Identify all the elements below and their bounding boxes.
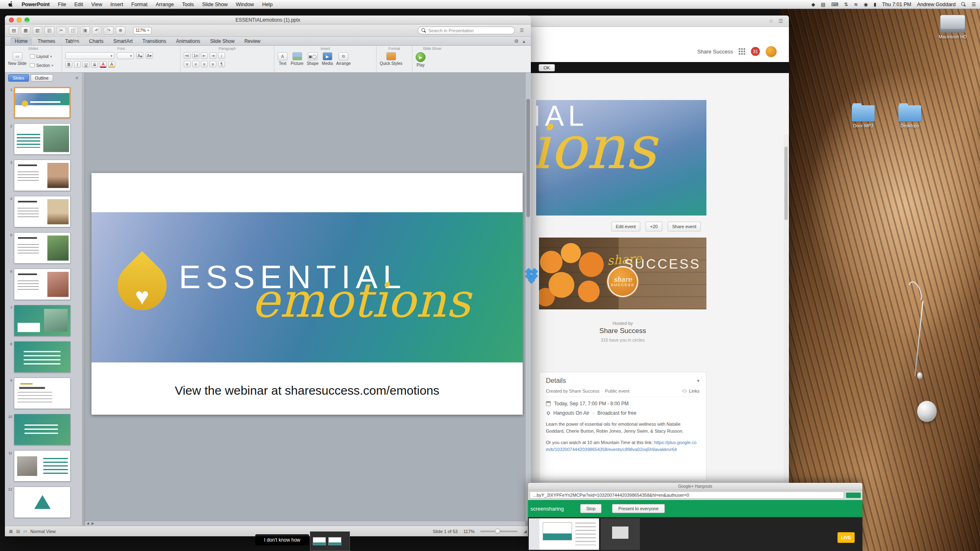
- slide-thumbnail-3[interactable]: 3: [5, 160, 82, 191]
- essential-emotions-banner[interactable]: ♥ ESSENTIAL emotions: [91, 212, 523, 362]
- screenshare-preview[interactable]: [529, 518, 599, 550]
- apple-menu[interactable]: [4, 1, 18, 8]
- slide-thumbnail-1[interactable]: 1: [5, 87, 82, 118]
- brand-title-script[interactable]: emotions: [226, 277, 496, 324]
- edit-event-button[interactable]: Edit event: [611, 222, 640, 231]
- tab-slide-show[interactable]: Slide Show: [206, 38, 238, 45]
- slide-canvas[interactable]: ♥ ESSENTIAL emotions View the webinar at…: [85, 73, 531, 526]
- menubar-item-help[interactable]: Help: [258, 2, 277, 7]
- insert-shape-button[interactable]: ◼◯ Shape: [307, 52, 318, 66]
- stop-sharing-button[interactable]: Stop: [580, 504, 602, 513]
- redo-button[interactable]: ↷: [104, 27, 114, 35]
- line-spacing-button[interactable]: ↕: [218, 52, 225, 59]
- notification-badge[interactable]: 31: [751, 47, 760, 56]
- plus-count-button[interactable]: +20: [646, 222, 662, 231]
- align-left-button[interactable]: ≡: [184, 61, 191, 67]
- spotlight-icon[interactable]: [961, 2, 966, 7]
- collapse-ribbon-icon[interactable]: ▴: [523, 38, 525, 44]
- cut-button[interactable]: ✂: [56, 27, 66, 35]
- panel-tab-outline[interactable]: Outline: [31, 74, 53, 82]
- keyboard-menu-icon[interactable]: ⌨: [831, 2, 838, 7]
- play-slideshow-button[interactable]: ▶ Play: [416, 52, 425, 67]
- slide-thumbnail-11[interactable]: 11: [5, 450, 82, 482]
- numbering-button[interactable]: 1≡: [192, 52, 199, 59]
- font-size-select[interactable]: ▾: [117, 52, 134, 59]
- font-color-button[interactable]: A: [100, 61, 107, 68]
- menubar-item-window[interactable]: Window: [232, 2, 258, 7]
- bookmark-star-icon[interactable]: ☆: [769, 18, 774, 24]
- links-button[interactable]: Links: [682, 389, 699, 393]
- profile-avatar[interactable]: [766, 46, 777, 57]
- dropbox-menu-icon[interactable]: ◆: [811, 2, 815, 7]
- insert-text-button[interactable]: A Text: [278, 52, 287, 66]
- canvas-horizontal-scrollbar[interactable]: ◀▶: [85, 521, 525, 526]
- slide-sorter-icon[interactable]: ▤: [16, 529, 20, 533]
- panel-tab-slides[interactable]: Slides: [8, 74, 29, 82]
- desktop-icon-desktops[interactable]: Desktops: [893, 103, 926, 128]
- google-apps-grid-icon[interactable]: [739, 48, 745, 55]
- browser-menu-icon[interactable]: ☰: [778, 18, 783, 24]
- tab-home[interactable]: Home: [11, 38, 32, 45]
- menubar-item-format[interactable]: Format: [127, 2, 152, 7]
- account-name[interactable]: Share Success: [697, 49, 733, 55]
- tab-review[interactable]: Review: [240, 38, 264, 45]
- slide-thumbnail-2[interactable]: 2: [5, 123, 82, 155]
- tab-transitions[interactable]: Transitions: [138, 38, 170, 45]
- tab-tables[interactable]: Tables: [61, 38, 83, 45]
- format-painter-button[interactable]: ⊕: [116, 27, 125, 35]
- slide-thumbnail-12[interactable]: 12: [5, 487, 82, 518]
- menubar-item-slide-show[interactable]: Slide Show: [198, 2, 232, 7]
- canvas-vertical-scrollbar[interactable]: [525, 73, 531, 521]
- insert-picture-button[interactable]: Picture: [291, 52, 303, 66]
- slide-thumbnail-4[interactable]: 4: [5, 196, 82, 227]
- paste-button[interactable]: ▣: [80, 27, 90, 35]
- undo-button[interactable]: ↶: [92, 27, 102, 35]
- slide-thumbnail-7[interactable]: 7: [5, 305, 82, 336]
- align-center-button[interactable]: ≡: [192, 61, 199, 67]
- desktop-icon-macintosh-hd[interactable]: Macintosh HD: [933, 15, 973, 39]
- bullets-button[interactable]: •≡: [184, 52, 191, 59]
- slide-editor[interactable]: ♥ ESSENTIAL emotions View the webinar at…: [91, 173, 523, 415]
- video-thumbnail[interactable]: [601, 518, 640, 550]
- dropbox-icon[interactable]: [525, 268, 539, 284]
- desktop-icon-door-mp3[interactable]: Door MP3: [847, 103, 880, 128]
- hangouts-window-title[interactable]: Google+ Hangouts: [528, 483, 862, 490]
- menubar-item-view[interactable]: View: [87, 2, 106, 7]
- powerpoint-titlebar[interactable]: ESSENTIALemotions (1).pptx: [5, 16, 531, 24]
- volume-menu-icon[interactable]: ◉: [864, 2, 868, 7]
- tab-animations[interactable]: Animations: [172, 38, 204, 45]
- open-button[interactable]: ▦: [21, 27, 31, 35]
- menubar-item-file[interactable]: File: [54, 2, 70, 7]
- underline-button[interactable]: U: [82, 61, 89, 68]
- slideshow-view-icon[interactable]: ▭: [23, 529, 27, 533]
- tab-themes[interactable]: Themes: [33, 38, 59, 45]
- chevron-down-icon[interactable]: ▾: [697, 378, 699, 384]
- italic-button[interactable]: I: [74, 61, 81, 68]
- mini-filmstrip-window[interactable]: [310, 531, 350, 551]
- slide-thumbnail-9[interactable]: 9: [5, 378, 82, 409]
- hangouts-green-chip[interactable]: [846, 493, 861, 498]
- save-button[interactable]: ▧: [33, 27, 42, 35]
- tab-charts[interactable]: Charts: [85, 38, 107, 45]
- zoom-slider[interactable]: [480, 531, 518, 532]
- share-event-button[interactable]: Share event: [668, 222, 701, 231]
- menubar-item-powerpoint[interactable]: PowerPoint: [18, 2, 54, 7]
- battery-menu-icon[interactable]: ▮: [874, 2, 877, 7]
- new-document-button[interactable]: ▤: [9, 27, 19, 35]
- zoom-slider-knob[interactable]: [495, 529, 500, 534]
- layout-dropdown[interactable]: Layout ▾: [30, 53, 53, 60]
- browser-scrollbar[interactable]: [784, 134, 788, 487]
- menubar-item-arrange[interactable]: Arrange: [151, 2, 178, 7]
- section-dropdown[interactable]: Section ▾: [30, 62, 53, 69]
- highlight-color-button[interactable]: A: [108, 61, 115, 68]
- hangouts-url-field[interactable]: ...byY_2lXYPFeYn2MCPw?eid=10320074442039…: [530, 491, 844, 499]
- display-menu-icon[interactable]: ▤: [821, 2, 825, 7]
- strikethrough-button[interactable]: S: [91, 61, 98, 68]
- zoom-control[interactable]: 117% ▾: [133, 27, 151, 34]
- bold-button[interactable]: B: [65, 61, 72, 68]
- decrease-font-button[interactable]: A▾: [146, 52, 153, 59]
- webinar-url-text[interactable]: View the webinar at sharesuccess.com/emo…: [91, 384, 523, 398]
- menubar-user[interactable]: Andrew Goddard: [917, 2, 956, 7]
- notification-center-icon[interactable]: ☰: [971, 2, 976, 7]
- airplay-menu-icon[interactable]: ⇅: [844, 2, 848, 7]
